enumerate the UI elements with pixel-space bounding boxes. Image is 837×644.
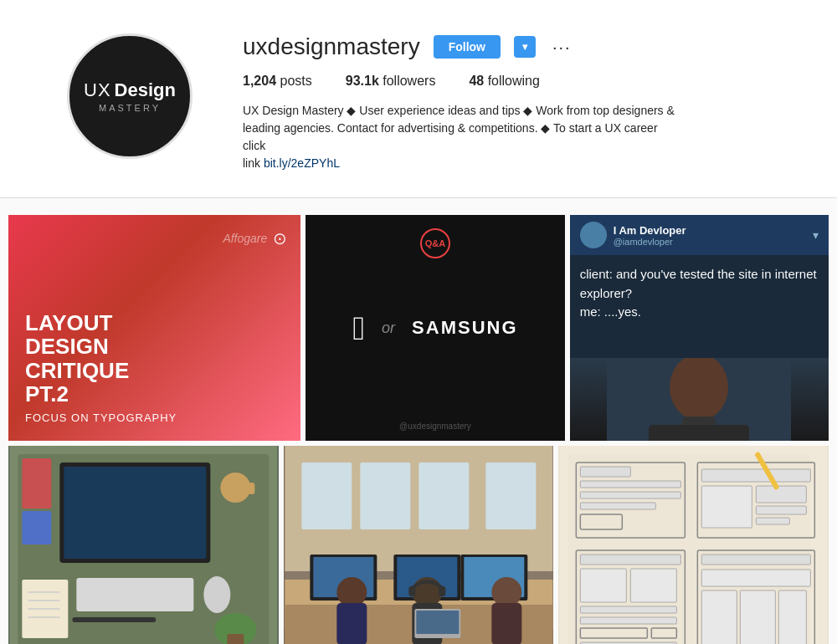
- post-3-avatar-icon: [580, 222, 607, 248]
- bio-section: UX Design Mastery ◆ User experience idea…: [243, 102, 678, 172]
- post-3-tweet: client: and you've tested the site in in…: [570, 255, 829, 358]
- svg-rect-57: [757, 486, 807, 503]
- followers-label: followers: [383, 74, 435, 88]
- svg-rect-10: [22, 458, 51, 509]
- apple-icon: : [352, 309, 365, 347]
- grid-row-2: [8, 446, 829, 644]
- post-3-name: I Am Devloper: [614, 224, 686, 237]
- post-3[interactable]: I Am Devloper @iamdevloper ▾ client: and…: [570, 215, 829, 441]
- svg-rect-26: [418, 463, 469, 529]
- svg-rect-59: [757, 518, 790, 524]
- svg-rect-73: [741, 590, 776, 644]
- following-count: 48: [469, 74, 484, 88]
- posts-count: 1,204: [243, 74, 276, 88]
- post-4[interactable]: [8, 446, 279, 644]
- posts-stat: 1,204 posts: [243, 74, 312, 89]
- svg-rect-21: [227, 634, 244, 644]
- samsung-text: SAMSUNG: [412, 317, 517, 339]
- svg-rect-19: [72, 617, 156, 622]
- svg-rect-7: [64, 467, 206, 559]
- svg-rect-52: [581, 503, 656, 509]
- svg-rect-51: [581, 492, 681, 498]
- svg-rect-64: [581, 606, 677, 613]
- avatar-circle: UX Design MASTERY: [67, 33, 193, 159]
- post-3-handle: @iamdevloper: [614, 237, 686, 247]
- avatar: UX Design MASTERY: [67, 33, 193, 159]
- following-label: following: [488, 74, 540, 88]
- svg-rect-74: [779, 590, 807, 644]
- wireframes-image: [558, 446, 829, 644]
- svg-rect-49: [581, 467, 631, 477]
- svg-rect-13: [248, 483, 254, 494]
- bio-line3: link: [243, 156, 260, 170]
- username: uxdesignmastery: [243, 33, 420, 60]
- office-image: [284, 446, 554, 644]
- avatar-mastery-text: MASTERY: [99, 103, 161, 113]
- profile-info: uxdesignmastery Follow ▾ ··· 1,204 posts…: [243, 33, 787, 172]
- posts-grid: ⊙ Affogare LAYOUTDESIGNCRITIQUEPT.2 FOCU…: [0, 198, 837, 644]
- avatar-ux-row: UX Design: [84, 79, 176, 101]
- post-2-watermark: @uxdesignmastery: [399, 422, 471, 431]
- svg-rect-61: [581, 555, 681, 565]
- svg-rect-41: [416, 611, 459, 634]
- svg-rect-70: [702, 555, 811, 565]
- bio-line2: leading agencies. Contact for advertisin…: [243, 121, 658, 152]
- svg-rect-55: [702, 469, 811, 482]
- post-2[interactable]: Q&A  or SAMSUNG @uxdesignmastery: [306, 215, 564, 441]
- post-6[interactable]: [558, 446, 829, 644]
- svg-rect-65: [581, 617, 677, 624]
- profile-section: UX Design MASTERY uxdesignmastery Follow…: [0, 0, 837, 198]
- or-text: or: [382, 319, 395, 337]
- svg-rect-3: [649, 425, 749, 442]
- post-1-bg-watermark: Affogare: [223, 232, 267, 245]
- svg-rect-63: [631, 569, 677, 602]
- posts-label: posts: [280, 74, 312, 88]
- desk-overhead-image: [8, 446, 279, 644]
- more-options-button[interactable]: ···: [549, 38, 575, 57]
- followers-count: 93.1k: [346, 74, 379, 88]
- qa-badge: Q&A: [420, 228, 450, 258]
- svg-point-36: [336, 577, 367, 607]
- bio-link[interactable]: bit.ly/2eZPYhL: [264, 156, 340, 170]
- stats-row: 1,204 posts 93.1k followers 48 following: [243, 74, 787, 89]
- post-1-title: LAYOUTDESIGNCRITIQUEPT.2: [25, 311, 284, 406]
- svg-point-12: [220, 473, 250, 503]
- followers-stat: 93.1k followers: [346, 74, 436, 89]
- post-3-header: I Am Devloper @iamdevloper ▾: [570, 215, 829, 255]
- post-3-identity: I Am Devloper @iamdevloper: [614, 224, 686, 247]
- svg-rect-43: [491, 603, 521, 644]
- avatar-ux-text: UX: [84, 79, 111, 101]
- follow-dropdown-button[interactable]: ▾: [514, 36, 536, 58]
- svg-rect-45: [439, 586, 445, 596]
- video-icon: ⊙: [273, 228, 287, 248]
- svg-point-42: [491, 577, 521, 607]
- svg-rect-44: [408, 586, 415, 596]
- svg-rect-24: [301, 463, 352, 529]
- svg-rect-50: [581, 481, 681, 488]
- profile-header-row: uxdesignmastery Follow ▾ ···: [243, 33, 787, 60]
- post-3-person-image: [570, 358, 829, 441]
- svg-point-9: [203, 576, 230, 613]
- grid-row-1: ⊙ Affogare LAYOUTDESIGNCRITIQUEPT.2 FOCU…: [8, 215, 829, 441]
- post-5[interactable]: [284, 446, 554, 644]
- follow-button[interactable]: Follow: [434, 35, 501, 59]
- avatar-design-text: Design: [115, 79, 176, 101]
- bio-line1: UX Design Mastery ◆ User experience idea…: [243, 104, 675, 117]
- svg-rect-56: [702, 486, 752, 528]
- chevron-down-icon: ▾: [813, 228, 819, 242]
- post-1-content: LAYOUTDESIGNCRITIQUEPT.2 FOCUS ON TYPOGR…: [25, 311, 284, 424]
- svg-rect-27: [485, 463, 536, 529]
- svg-rect-58: [757, 506, 807, 514]
- post-3-profile: I Am Devloper @iamdevloper: [580, 222, 686, 248]
- svg-rect-72: [702, 590, 737, 644]
- avatar-inner: UX Design MASTERY: [84, 79, 176, 113]
- svg-rect-71: [702, 570, 811, 586]
- svg-rect-62: [581, 569, 627, 602]
- svg-rect-11: [22, 511, 51, 544]
- post-1[interactable]: ⊙ Affogare LAYOUTDESIGNCRITIQUEPT.2 FOCU…: [8, 215, 300, 441]
- post-2-logos:  or SAMSUNG: [352, 309, 517, 347]
- svg-rect-37: [336, 603, 367, 644]
- svg-rect-25: [360, 463, 410, 529]
- post-1-subtitle: FOCUS ON TYPOGRAPHY: [25, 411, 284, 424]
- following-stat: 48 following: [469, 74, 540, 89]
